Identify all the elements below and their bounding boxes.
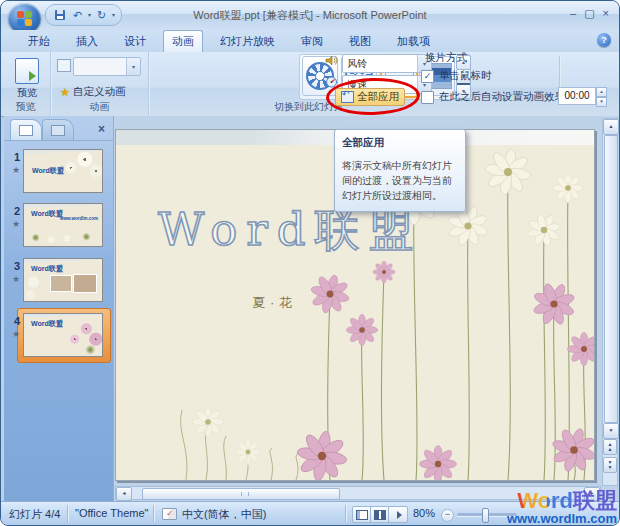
thumbnail-image: Word联盟: [23, 313, 103, 357]
thumbnail-title: Word联盟: [31, 264, 63, 274]
transition-sound-icon: [325, 54, 338, 67]
thumbnail-title: Word联盟: [31, 209, 63, 219]
slide-number: 4: [8, 315, 20, 327]
transition-speed-icon: [325, 75, 338, 88]
animate-dropdown[interactable]: ▾: [73, 57, 141, 76]
qat-customize-icon[interactable]: ▾: [112, 12, 115, 18]
auto-advance-time-field[interactable]: 00:00: [558, 87, 596, 105]
transition-sound-dropdown[interactable]: 风铃 ▾: [342, 54, 432, 73]
tab-outline[interactable]: [42, 119, 74, 141]
slide-thumbnail-2[interactable]: 2★Word联盟www.wordlm.com: [4, 203, 113, 251]
ribbon-tab-8[interactable]: 加载项: [388, 30, 439, 52]
thumbnail-image: Word联盟: [23, 258, 103, 302]
ribbon-group-preview: 预览 预览: [1, 52, 51, 115]
on-mouse-click-row: ✓ 单击鼠标时: [421, 69, 492, 83]
scroll-left-icon[interactable]: ◄: [116, 487, 132, 501]
scroll-down-icon[interactable]: ▼: [603, 423, 619, 439]
slide-thumbnail-1[interactable]: 1★Word联盟: [4, 149, 113, 197]
language-indicator[interactable]: 中文(简体，中国): [182, 507, 266, 522]
on-mouse-click-checkbox[interactable]: ✓: [421, 70, 434, 83]
quick-access-toolbar: ↶ ▾ ↻ ▾: [45, 4, 122, 26]
save-icon: [55, 10, 65, 20]
ribbon-tab-3[interactable]: 设计: [115, 30, 155, 52]
slide-caption-text[interactable]: 夏·花: [252, 294, 297, 312]
thumbnail-title: Word联盟: [31, 319, 63, 329]
thumbnail-title: Word联盟: [32, 166, 64, 176]
slide-sorter-icon: [374, 510, 386, 520]
slideshow-button[interactable]: [388, 506, 408, 523]
custom-animation-button[interactable]: ★ 自定义动画: [57, 83, 128, 101]
zoom-slider-thumb[interactable]: [482, 508, 489, 523]
watermark-url: www.wordlm.com: [507, 512, 617, 525]
thumbnail-photos: [50, 275, 72, 292]
auto-advance-spinner: ▲ ▼: [596, 87, 607, 103]
advance-method-title: 换片方式: [425, 51, 467, 65]
apply-to-all-tooltip: 全部应用 将演示文稿中所有幻灯片间的过渡，设置为与当前幻灯片所设过渡相同。: [334, 129, 466, 212]
normal-view-button[interactable]: [352, 506, 372, 523]
ribbon-tab-5[interactable]: 幻灯片放映: [211, 30, 284, 52]
redo-button[interactable]: ↻: [94, 8, 109, 23]
undo-dropdown-icon[interactable]: ▾: [88, 12, 91, 18]
ribbon: 预览 预览 ▾ ★ 自定义动画 动画 ▲ ▼ ▼ 风铃: [1, 52, 619, 117]
ribbon-tab-2[interactable]: 插入: [67, 30, 107, 52]
ribbon-tab-7[interactable]: 视图: [340, 30, 380, 52]
slide-thumbnail-3[interactable]: 3★Word联盟: [4, 258, 113, 306]
slide-number: 2: [8, 205, 20, 217]
tooltip-body: 将演示文稿中所有幻灯片间的过渡，设置为与当前幻灯片所设过渡相同。: [342, 158, 458, 203]
site-watermark: Word联盟 www.wordlm.com: [507, 490, 617, 525]
window-title: Word联盟.ppt [兼容模式] - Microsoft PowerPoint: [161, 8, 459, 23]
slideshow-icon: [397, 511, 402, 519]
maximize-button[interactable]: ▢: [584, 6, 594, 20]
ribbon-group-animation: ▾ ★ 自定义动画 动画: [51, 52, 149, 115]
auto-advance-checkbox[interactable]: [421, 91, 434, 104]
close-button[interactable]: ×: [603, 6, 609, 20]
animation-star-icon: ★: [8, 329, 20, 339]
animation-star-icon: ★: [8, 274, 20, 284]
tab-slides[interactable]: [10, 119, 42, 141]
powerpoint-window: ↶ ▾ ↻ ▾ Word联盟.ppt [兼容模式] - Microsoft Po…: [0, 0, 620, 526]
ribbon-tab-6[interactable]: 审阅: [292, 30, 332, 52]
apply-to-all-icon: [341, 91, 354, 103]
animation-star-icon: ★: [8, 165, 20, 175]
tab-row: 开始插入设计动画幻灯片放映审阅视图加载项 ?: [1, 30, 619, 52]
slide-sorter-button[interactable]: [370, 506, 390, 523]
spell-check-icon[interactable]: ✓: [162, 508, 177, 520]
panel-close-icon[interactable]: ×: [98, 122, 105, 136]
outline-tab-icon: [51, 125, 65, 136]
thumbnail-url: www.wordlm.com: [60, 216, 98, 221]
next-slide-button[interactable]: ▼▼: [603, 457, 617, 473]
custom-animation-icon: ★: [60, 87, 70, 97]
undo-button[interactable]: ↶: [70, 8, 85, 23]
thumbnail-image: Word联盟: [23, 149, 103, 193]
slide-number: 1: [8, 151, 20, 163]
apply-to-all-button[interactable]: 全部应用: [335, 88, 405, 106]
theme-indicator[interactable]: "Office Theme": [75, 507, 148, 519]
previous-slide-button[interactable]: ▲▲: [603, 439, 617, 455]
slide-indicator: 幻灯片 4/4: [9, 507, 60, 522]
spin-up-icon[interactable]: ▲: [596, 87, 607, 97]
spin-down-icon[interactable]: ▼: [596, 97, 607, 107]
zoom-out-icon[interactable]: −: [441, 509, 454, 522]
tooltip-title: 全部应用: [342, 136, 458, 150]
save-button[interactable]: [52, 8, 67, 23]
animate-icon: [57, 59, 71, 72]
office-logo-icon: [17, 11, 32, 26]
watermark-title: Word联盟: [507, 490, 617, 512]
vertical-scrollbar[interactable]: ▲ ▼ ▲▲ ▼▼: [602, 118, 618, 486]
window-controls: – ▢ ×: [570, 6, 609, 20]
help-icon[interactable]: ?: [597, 33, 611, 47]
horizontal-scroll-thumb[interactable]: [142, 488, 340, 500]
ribbon-tab-1[interactable]: 开始: [19, 30, 59, 52]
zoom-level[interactable]: 80%: [413, 507, 435, 519]
group-label-preview: 预览: [1, 100, 50, 114]
slides-panel: × 1★Word联盟2★Word联盟www.wordlm.com3★Word联盟…: [4, 116, 114, 502]
slide-thumbnail-4[interactable]: 4★Word联盟: [4, 313, 113, 361]
slides-tab-icon: [19, 125, 33, 136]
animation-star-icon: ★: [8, 219, 20, 229]
scroll-up-icon[interactable]: ▲: [603, 119, 619, 135]
preview-button[interactable]: 预览: [8, 55, 46, 104]
ribbon-tab-4[interactable]: 动画: [163, 30, 203, 53]
minimize-button[interactable]: –: [570, 6, 576, 20]
title-bar: ↶ ▾ ↻ ▾ Word联盟.ppt [兼容模式] - Microsoft Po…: [1, 1, 619, 31]
vertical-scroll-thumb[interactable]: [604, 135, 618, 423]
